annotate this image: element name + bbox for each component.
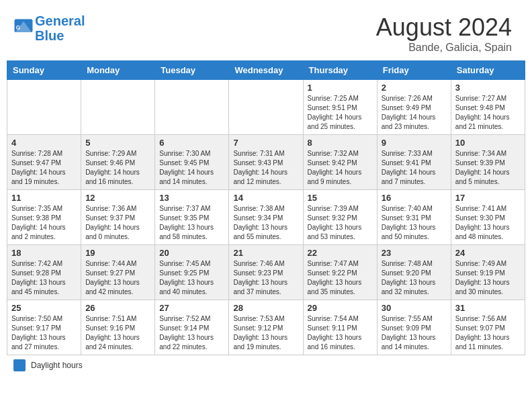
- calendar-cell: 27Sunrise: 7:52 AM Sunset: 9:14 PM Dayli…: [155, 300, 229, 355]
- day-number: 11: [11, 193, 77, 203]
- calendar-cell: 12Sunrise: 7:36 AM Sunset: 9:37 PM Dayli…: [81, 190, 155, 245]
- day-info: Sunrise: 7:31 AM Sunset: 9:43 PM Dayligh…: [233, 149, 298, 187]
- day-number: 16: [382, 193, 447, 203]
- day-info: Sunrise: 7:54 AM Sunset: 9:11 PM Dayligh…: [308, 314, 373, 352]
- day-info: Sunrise: 7:28 AM Sunset: 9:47 PM Dayligh…: [11, 149, 77, 187]
- day-info: Sunrise: 7:32 AM Sunset: 9:42 PM Dayligh…: [308, 149, 373, 187]
- col-header-monday: Monday: [81, 61, 155, 80]
- logo-icon: G: [13, 18, 34, 38]
- calendar-week-row: 4Sunrise: 7:28 AM Sunset: 9:47 PM Daylig…: [7, 135, 525, 190]
- legend-label: Daylight hours: [31, 361, 83, 370]
- month-title: August 2024: [376, 13, 512, 42]
- calendar-cell: 1Sunrise: 7:25 AM Sunset: 9:51 PM Daylig…: [303, 80, 377, 135]
- day-number: 2: [382, 83, 447, 93]
- calendar-cell: 10Sunrise: 7:34 AM Sunset: 9:39 PM Dayli…: [451, 135, 525, 190]
- col-header-thursday: Thursday: [303, 61, 377, 80]
- day-info: Sunrise: 7:55 AM Sunset: 9:09 PM Dayligh…: [382, 314, 447, 352]
- day-number: 29: [308, 303, 373, 313]
- calendar-cell: 28Sunrise: 7:53 AM Sunset: 9:12 PM Dayli…: [229, 300, 303, 355]
- day-number: 13: [159, 193, 224, 203]
- logo: G General Blue: [13, 13, 85, 43]
- day-info: Sunrise: 7:44 AM Sunset: 9:27 PM Dayligh…: [85, 259, 150, 297]
- day-info: Sunrise: 7:25 AM Sunset: 9:51 PM Dayligh…: [308, 94, 373, 132]
- calendar-cell: 18Sunrise: 7:42 AM Sunset: 9:28 PM Dayli…: [7, 245, 81, 300]
- day-info: Sunrise: 7:35 AM Sunset: 9:38 PM Dayligh…: [11, 204, 77, 242]
- day-number: 1: [308, 83, 373, 93]
- calendar-cell: 4Sunrise: 7:28 AM Sunset: 9:47 PM Daylig…: [7, 135, 81, 190]
- day-number: 31: [455, 303, 521, 313]
- day-number: 4: [11, 138, 77, 148]
- calendar-cell: 29Sunrise: 7:54 AM Sunset: 9:11 PM Dayli…: [303, 300, 377, 355]
- calendar-cell: 7Sunrise: 7:31 AM Sunset: 9:43 PM Daylig…: [229, 135, 303, 190]
- day-info: Sunrise: 7:46 AM Sunset: 9:23 PM Dayligh…: [233, 259, 298, 297]
- day-info: Sunrise: 7:50 AM Sunset: 9:17 PM Dayligh…: [11, 314, 77, 352]
- calendar-cell: 9Sunrise: 7:33 AM Sunset: 9:41 PM Daylig…: [377, 135, 451, 190]
- title-block: August 2024 Bande, Galicia, Spain: [376, 13, 512, 54]
- day-number: 30: [382, 303, 447, 313]
- calendar-cell: 23Sunrise: 7:48 AM Sunset: 9:20 PM Dayli…: [377, 245, 451, 300]
- calendar-week-row: 25Sunrise: 7:50 AM Sunset: 9:17 PM Dayli…: [7, 300, 525, 355]
- day-number: 7: [233, 138, 298, 148]
- day-number: 6: [159, 138, 224, 148]
- logo-line2: Blue: [35, 28, 85, 43]
- calendar-cell: 3Sunrise: 7:27 AM Sunset: 9:48 PM Daylig…: [451, 80, 525, 135]
- day-number: 23: [382, 248, 447, 258]
- calendar-week-row: 1Sunrise: 7:25 AM Sunset: 9:51 PM Daylig…: [7, 80, 525, 135]
- day-info: Sunrise: 7:56 AM Sunset: 9:07 PM Dayligh…: [455, 314, 521, 352]
- day-number: 18: [11, 248, 77, 258]
- day-info: Sunrise: 7:42 AM Sunset: 9:28 PM Dayligh…: [11, 259, 77, 297]
- legend-color-box: [13, 359, 26, 371]
- day-number: 22: [308, 248, 373, 258]
- day-info: Sunrise: 7:49 AM Sunset: 9:19 PM Dayligh…: [455, 259, 521, 297]
- day-number: 28: [233, 303, 298, 313]
- day-info: Sunrise: 7:27 AM Sunset: 9:48 PM Dayligh…: [455, 94, 521, 132]
- day-number: 21: [233, 248, 298, 258]
- day-number: 24: [455, 248, 521, 258]
- day-info: Sunrise: 7:40 AM Sunset: 9:31 PM Dayligh…: [382, 204, 447, 242]
- col-header-sunday: Sunday: [7, 61, 81, 80]
- day-info: Sunrise: 7:36 AM Sunset: 9:37 PM Dayligh…: [85, 204, 150, 242]
- day-number: 9: [382, 138, 447, 148]
- calendar-cell: 11Sunrise: 7:35 AM Sunset: 9:38 PM Dayli…: [7, 190, 81, 245]
- day-number: 20: [159, 248, 224, 258]
- day-number: 17: [455, 193, 521, 203]
- calendar-cell: [7, 80, 81, 135]
- day-number: 3: [455, 83, 521, 93]
- calendar-table: SundayMondayTuesdayWednesdayThursdayFrid…: [7, 60, 525, 355]
- day-number: 15: [308, 193, 373, 203]
- calendar-cell: 13Sunrise: 7:37 AM Sunset: 9:35 PM Dayli…: [155, 190, 229, 245]
- day-info: Sunrise: 7:30 AM Sunset: 9:45 PM Dayligh…: [159, 149, 224, 187]
- day-info: Sunrise: 7:52 AM Sunset: 9:14 PM Dayligh…: [159, 314, 224, 352]
- calendar-cell: 6Sunrise: 7:30 AM Sunset: 9:45 PM Daylig…: [155, 135, 229, 190]
- logo-line1: General: [35, 13, 85, 28]
- day-number: 27: [159, 303, 224, 313]
- day-info: Sunrise: 7:41 AM Sunset: 9:30 PM Dayligh…: [455, 204, 521, 242]
- calendar-cell: 14Sunrise: 7:38 AM Sunset: 9:34 PM Dayli…: [229, 190, 303, 245]
- page: G General Blue August 2024 Bande, Galici…: [0, 0, 532, 382]
- calendar-cell: [81, 80, 155, 135]
- day-number: 25: [11, 303, 77, 313]
- day-info: Sunrise: 7:38 AM Sunset: 9:34 PM Dayligh…: [233, 204, 298, 242]
- calendar-cell: [155, 80, 229, 135]
- day-info: Sunrise: 7:48 AM Sunset: 9:20 PM Dayligh…: [382, 259, 447, 297]
- day-number: 8: [308, 138, 373, 148]
- calendar-cell: 16Sunrise: 7:40 AM Sunset: 9:31 PM Dayli…: [377, 190, 451, 245]
- calendar-cell: [229, 80, 303, 135]
- calendar-header-row: SundayMondayTuesdayWednesdayThursdayFrid…: [7, 61, 525, 80]
- day-info: Sunrise: 7:33 AM Sunset: 9:41 PM Dayligh…: [382, 149, 447, 187]
- calendar-cell: 19Sunrise: 7:44 AM Sunset: 9:27 PM Dayli…: [81, 245, 155, 300]
- calendar-cell: 26Sunrise: 7:51 AM Sunset: 9:16 PM Dayli…: [81, 300, 155, 355]
- day-info: Sunrise: 7:34 AM Sunset: 9:39 PM Dayligh…: [455, 149, 521, 187]
- calendar-cell: 24Sunrise: 7:49 AM Sunset: 9:19 PM Dayli…: [451, 245, 525, 300]
- footer: Daylight hours: [7, 355, 525, 375]
- calendar-cell: 20Sunrise: 7:45 AM Sunset: 9:25 PM Dayli…: [155, 245, 229, 300]
- calendar-cell: 22Sunrise: 7:47 AM Sunset: 9:22 PM Dayli…: [303, 245, 377, 300]
- day-number: 14: [233, 193, 298, 203]
- calendar-cell: 5Sunrise: 7:29 AM Sunset: 9:46 PM Daylig…: [81, 135, 155, 190]
- col-header-wednesday: Wednesday: [229, 61, 303, 80]
- calendar-cell: 30Sunrise: 7:55 AM Sunset: 9:09 PM Dayli…: [377, 300, 451, 355]
- calendar-week-row: 11Sunrise: 7:35 AM Sunset: 9:38 PM Dayli…: [7, 190, 525, 245]
- day-number: 5: [85, 138, 150, 148]
- calendar-cell: 17Sunrise: 7:41 AM Sunset: 9:30 PM Dayli…: [451, 190, 525, 245]
- day-number: 12: [85, 193, 150, 203]
